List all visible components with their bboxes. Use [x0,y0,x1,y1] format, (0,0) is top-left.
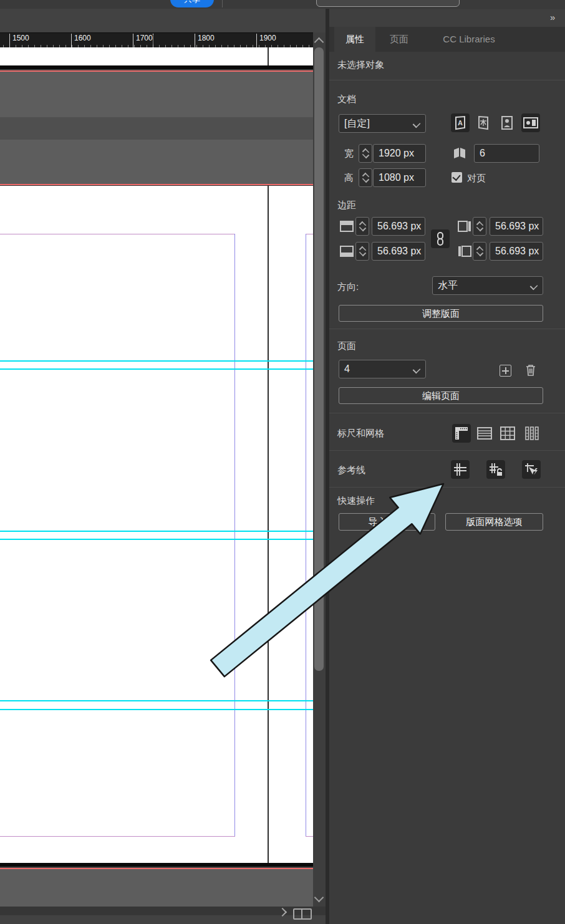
page-edge [0,65,313,69]
lock-guides-button[interactable] [486,460,505,479]
add-page-button[interactable] [500,365,511,377]
margin-left-stepper[interactable] [473,242,486,261]
ruler-tick-label: 1700 [133,34,153,48]
binding-ltr-button[interactable]: A [451,113,470,132]
ruler-guide[interactable] [0,368,313,370]
width-input[interactable]: 1920 px [373,144,426,163]
horizontal-ruler[interactable]: 1500 1600 1700 1800 1900 [0,32,326,48]
guides-lock-icon [488,462,503,477]
direction-label: 方向: [337,281,359,293]
width-stepper[interactable] [359,144,372,163]
chain-link-icon [435,231,445,246]
ruler-guide[interactable] [0,531,313,532]
baseline-grid-button[interactable] [475,424,494,443]
quick-actions-title: 快速操作 [337,495,375,507]
layout-grid-icon [524,426,540,441]
ruler-guide[interactable] [0,709,313,710]
import-file-button[interactable]: 导入文件 [339,513,435,531]
show-rulers-button[interactable] [452,424,471,443]
column-guide[interactable] [306,234,306,836]
guides-title: 参考线 [337,464,365,476]
current-page-select[interactable]: 4 [339,360,426,378]
margin-guide-bottom-right-page[interactable] [306,836,313,837]
app-bar-separator [222,0,223,7]
layout-grid-options-button[interactable]: 版面网格选项 [445,513,543,531]
spread-icon[interactable] [293,908,312,920]
section-divider [329,80,565,80]
smart-guides-button[interactable] [522,460,541,479]
pasteboard[interactable] [0,72,313,117]
margins-section-title: 边距 [337,200,356,211]
cjk-page-icon [476,115,490,130]
chevron-down-icon [413,366,421,374]
portrait-orientation-button[interactable] [498,113,516,132]
margin-top-stepper[interactable] [355,217,369,236]
app-bar-search-input[interactable] [316,0,460,7]
margin-right-input[interactable]: 56.693 px [490,217,543,236]
app-bar [0,0,565,9]
canvas-status-bar [0,907,326,915]
portrait-icon [500,115,514,130]
margin-top-icon [337,217,356,236]
chevron-down-icon [530,282,538,291]
trash-icon [525,363,536,377]
document-preset-select[interactable]: [自定] [339,114,426,133]
height-label: 高 [344,172,354,184]
selection-status: 未选择对象 [337,59,384,71]
ruler-guide[interactable] [0,700,313,701]
section-divider [329,450,565,451]
layout-grid-button[interactable] [523,424,541,443]
landscape-orientation-button[interactable] [521,113,540,132]
ruler-tick-label: 1800 [195,34,215,48]
document-page[interactable] [0,185,313,864]
latin-page-icon: A [453,115,467,130]
indesign-window: 共享 1500 1600 1700 1800 1900 [0,0,565,924]
grid-icon [500,426,516,441]
share-button[interactable]: 共享 [170,0,214,7]
pages-section-title: 页面 [337,340,356,352]
pasteboard[interactable] [0,140,313,184]
page-spine-line [268,47,269,65]
ruler-guide[interactable] [0,539,313,540]
link-margins-button[interactable] [431,229,450,248]
margin-guide-top[interactable] [0,234,235,234]
spread-gap [0,117,313,140]
collapse-panel-icon[interactable]: » [550,12,554,22]
margin-bottom-input[interactable]: 56.693 px [372,242,425,261]
page-count-icon [450,144,469,163]
delete-page-button[interactable] [525,363,536,379]
section-divider [329,329,565,329]
height-input[interactable]: 1080 px [373,168,426,187]
edit-pages-button[interactable]: 编辑页面 [339,387,543,404]
adjust-layout-button[interactable]: 调整版面 [339,305,543,322]
direction-value: 水平 [438,280,458,291]
tab-cc-libraries[interactable]: CC Libraries [423,27,515,52]
margin-guide-top-right-page[interactable] [306,234,313,234]
height-stepper[interactable] [359,168,372,187]
tab-pages[interactable]: 页面 [375,27,423,52]
page-count-input[interactable]: 6 [474,144,539,163]
ruler-guide[interactable] [0,360,313,362]
pasteboard[interactable] [0,869,313,907]
direction-select[interactable]: 水平 [432,276,543,295]
show-guides-button[interactable] [451,460,470,479]
margin-bottom-icon [337,242,356,261]
document-grid-button[interactable] [498,424,517,443]
scrollbar-thumb[interactable] [314,47,324,671]
facing-pages-label: 对页 [467,173,486,185]
margin-left-input[interactable]: 56.693 px [490,242,543,261]
margin-right-stepper[interactable] [473,217,486,236]
column-guide[interactable] [234,234,235,836]
margin-bottom-stepper[interactable] [355,242,369,261]
rulers-grids-title: 标尺和网格 [337,428,384,440]
document-preset-value: [自定] [344,118,370,128]
tab-properties[interactable]: 属性 [334,27,375,52]
facing-pages-checkbox[interactable] [452,172,462,183]
ruler-tick-label: 1600 [71,34,91,48]
ruler-corner-icon [454,426,469,441]
margin-top-input[interactable]: 56.693 px [372,217,425,236]
panel-header [329,9,565,27]
binding-rtl-button[interactable] [474,113,493,132]
margin-guide-bottom[interactable] [0,836,235,837]
baseline-grid-icon [476,426,493,441]
